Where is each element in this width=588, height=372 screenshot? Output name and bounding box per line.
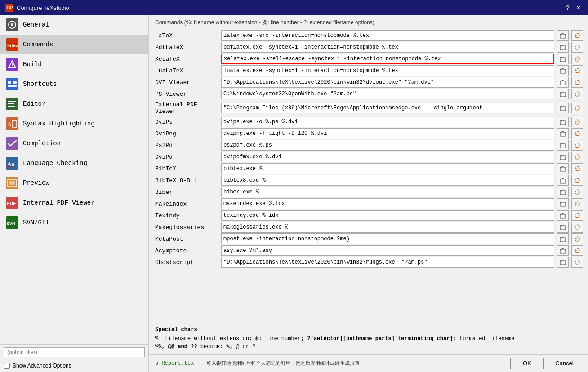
cmd-row-pdflatex: PdfLaTeX [153, 42, 583, 53]
build-icon [6, 58, 18, 71]
ok-button[interactable]: OK [510, 358, 544, 369]
cmd-reset-dvipdf[interactable] [571, 152, 583, 162]
cmd-reset-asymptote[interactable] [571, 245, 583, 256]
cmd-reset-makeglossaries[interactable] [571, 222, 583, 233]
advanced-options-container: Show Advanced Options [0, 360, 148, 372]
cmd-reset-xelatex[interactable] [571, 54, 583, 64]
svg-marker-59 [575, 190, 577, 192]
cmd-input-ps2pdf[interactable] [221, 140, 554, 151]
cmd-folder-asymptote[interactable] [557, 245, 569, 256]
cmd-input-psviewer[interactable] [221, 89, 554, 99]
cmd-folder-dvips[interactable] [557, 117, 569, 127]
svg-rect-27 [9, 181, 15, 185]
cmd-input-xelatex[interactable] [221, 54, 554, 64]
cmd-row-bibtex: BibTeX [153, 163, 583, 174]
cmd-reset-ghostscript[interactable] [571, 257, 583, 268]
svg-rect-50 [560, 144, 566, 148]
cmd-folder-psviewer[interactable] [557, 89, 569, 99]
cmd-folder-texindy[interactable] [557, 210, 569, 221]
cmd-input-bibtex8[interactable] [221, 175, 554, 186]
cmd-reset-externalpdf[interactable] [571, 103, 583, 113]
commands-header: Commands (%: filename without extension … [149, 15, 588, 28]
cmd-input-makeglossaries[interactable] [221, 222, 554, 233]
close-button[interactable]: ✕ [574, 3, 583, 12]
cmd-input-dvipdf[interactable] [221, 152, 554, 162]
cmd-input-externalpdf[interactable] [221, 103, 554, 113]
cmd-reset-makeindex[interactable] [571, 198, 583, 209]
cmd-reset-metapost[interactable] [571, 233, 583, 244]
cmd-folder-ghostscript[interactable] [557, 257, 569, 268]
sidebar-item-general[interactable]: General [0, 15, 148, 35]
sidebar-item-svngit[interactable]: SVN SVN/GIT [0, 213, 148, 233]
cmd-label-xelatex: XeLaTeX [153, 55, 218, 63]
cmd-label-bibtex: BibTeX [153, 165, 218, 173]
svg-rect-64 [560, 226, 566, 230]
sidebar-item-completion[interactable]: Completion [0, 134, 148, 153]
sidebar-item-commands[interactable]: latex Commands [0, 35, 148, 54]
cmd-input-bibtex[interactable] [221, 163, 554, 174]
cmd-reset-dviviewer[interactable] [571, 77, 583, 88]
cmd-folder-pdflatex[interactable] [557, 42, 569, 53]
cmd-reset-bibtex8[interactable] [571, 175, 583, 186]
sidebar-item-preview[interactable]: Preview [0, 173, 148, 193]
option-filter-input[interactable] [4, 347, 145, 357]
sidebar-item-syntax[interactable]: A Syntax Highlighting [0, 114, 148, 134]
cmd-folder-dvipdf[interactable] [557, 152, 569, 162]
svg-rect-10 [6, 78, 18, 90]
cmd-input-pdflatex[interactable] [221, 42, 554, 53]
cmd-input-makeindex[interactable] [221, 198, 554, 209]
cmd-reset-dvips[interactable] [571, 117, 583, 127]
svg-rect-60 [560, 202, 566, 206]
cmd-reset-pdflatex[interactable] [571, 42, 583, 53]
sidebar-item-internalpdf[interactable]: PDF Internal PDF Viewer [0, 193, 148, 213]
cmd-folder-dviviewer[interactable] [557, 77, 569, 88]
cmd-input-dvips[interactable] [221, 117, 554, 127]
advanced-options-checkbox[interactable] [4, 363, 10, 369]
cmd-folder-makeindex[interactable] [557, 198, 569, 209]
cancel-button[interactable]: Cancel [548, 358, 581, 369]
cmd-reset-bibtex[interactable] [571, 163, 583, 174]
cmd-input-ghostscript[interactable] [221, 257, 554, 268]
cmd-input-metapost[interactable] [221, 233, 554, 244]
cmd-input-latex[interactable] [221, 30, 554, 41]
cmd-reset-biber[interactable] [571, 187, 583, 197]
cmd-folder-bibtex[interactable] [557, 163, 569, 174]
cmd-input-texindy[interactable] [221, 210, 554, 221]
cmd-label-pdflatex: PdfLaTeX [153, 43, 218, 52]
svg-marker-33 [575, 34, 577, 36]
cmd-folder-makeglossaries[interactable] [557, 222, 569, 233]
cmd-input-dvipng[interactable] [221, 128, 554, 139]
cmd-folder-dvipng[interactable] [557, 128, 569, 139]
cmd-reset-latex[interactable] [571, 30, 583, 41]
cmd-folder-xelatex[interactable] [557, 54, 569, 64]
help-button[interactable]: ? [563, 3, 572, 12]
sidebar-item-editor[interactable]: Editor [0, 94, 148, 114]
sidebar-label-preview: Preview [23, 179, 49, 187]
cmd-label-metapost: MetaPost [153, 235, 218, 243]
sidebar-item-shortcuts[interactable]: Shortcuts [0, 74, 148, 94]
sidebar-item-build[interactable]: Build [0, 54, 148, 74]
svg-rect-32 [560, 34, 566, 38]
sidebar-item-language[interactable]: Aa Language Checking [0, 153, 148, 173]
cmd-reset-dvipng[interactable] [571, 128, 583, 139]
cmd-row-externalpdf: External PDF Viewer [153, 100, 583, 116]
title-bar-left: TXS Configure TeXstudio [5, 4, 69, 12]
cmd-label-texindy: Texindy [153, 211, 218, 220]
cmd-folder-bibtex8[interactable] [557, 175, 569, 186]
cmd-input-dviviewer[interactable] [221, 77, 554, 88]
title-bar-controls: ? ✕ [563, 3, 583, 12]
cmd-reset-ps2pdf[interactable] [571, 140, 583, 151]
cmd-input-biber[interactable] [221, 187, 554, 197]
cmd-folder-ps2pdf[interactable] [557, 140, 569, 151]
cmd-input-lualatex[interactable] [221, 65, 554, 76]
cmd-input-asymptote[interactable] [221, 245, 554, 256]
cmd-folder-externalpdf[interactable] [557, 103, 569, 113]
cmd-reset-texindy[interactable] [571, 210, 583, 221]
cmd-folder-latex[interactable] [557, 30, 569, 41]
svg-text:A: A [7, 121, 12, 128]
cmd-folder-biber[interactable] [557, 187, 569, 197]
cmd-folder-metapost[interactable] [557, 233, 569, 244]
cmd-folder-lualatex[interactable] [557, 65, 569, 76]
cmd-reset-psviewer[interactable] [571, 89, 583, 99]
cmd-reset-lualatex[interactable] [571, 65, 583, 76]
